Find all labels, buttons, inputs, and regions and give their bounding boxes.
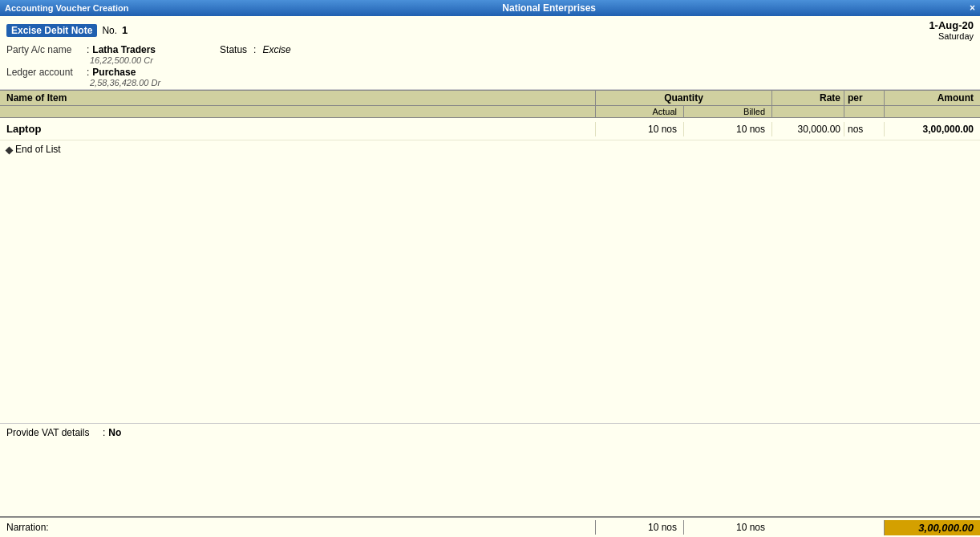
item-billed: 10 nos bbox=[683, 122, 771, 136]
party-field-row: Party A/c name : Latha Traders Status : … bbox=[6, 44, 974, 55]
col-header-billed: Billed bbox=[683, 106, 771, 117]
col-header-amount: Amount bbox=[884, 91, 980, 105]
voucher-no-label: No. bbox=[102, 25, 117, 36]
narration-row: Narration: 10 nos 10 nos 3,00,000.00 bbox=[0, 516, 980, 537]
vat-value[interactable]: No bbox=[108, 427, 121, 438]
table-row[interactable]: Laptop 10 nos 10 nos 30,000.00 nos 3,00,… bbox=[0, 118, 980, 140]
ledger-value[interactable]: Purchase bbox=[92, 67, 136, 78]
col-header-actual: Actual bbox=[595, 106, 683, 117]
date-area: 1-Aug-20 Saturday bbox=[929, 19, 974, 41]
sub-per-spacer bbox=[844, 106, 884, 117]
ledger-field-row: Ledger account : Purchase bbox=[6, 67, 974, 78]
sub-name-spacer bbox=[0, 106, 595, 117]
narration-total-amount: 3,00,000.00 bbox=[884, 520, 980, 535]
end-of-list-row: End of List bbox=[0, 140, 980, 158]
status-label: Status bbox=[220, 44, 247, 55]
table-body: Laptop 10 nos 10 nos 30,000.00 nos 3,00,… bbox=[0, 118, 980, 516]
app-title: Accounting Voucher Creation bbox=[5, 3, 128, 13]
item-rate: 30,000.00 bbox=[771, 122, 844, 136]
close-button[interactable]: × bbox=[970, 2, 975, 14]
item-actual: 10 nos bbox=[595, 122, 683, 136]
voucher-day: Saturday bbox=[929, 31, 974, 41]
narration-total-actual: 10 nos bbox=[595, 520, 683, 535]
diamond-icon bbox=[6, 147, 14, 155]
narration-total-billed: 10 nos bbox=[683, 520, 771, 535]
table-area: Name of Item Quantity Rate per Amount Ac… bbox=[0, 90, 980, 537]
table-header-sub: Actual Billed bbox=[0, 106, 980, 118]
item-name: Laptop bbox=[0, 121, 595, 136]
end-of-list-label: End of List bbox=[0, 142, 595, 157]
table-header-top: Name of Item Quantity Rate per Amount bbox=[0, 90, 980, 106]
party-value[interactable]: Latha Traders bbox=[92, 44, 156, 55]
ledger-label: Ledger account bbox=[6, 67, 87, 78]
vat-colon: : bbox=[103, 427, 105, 438]
party-label: Party A/c name bbox=[6, 44, 87, 55]
col-header-rate: Rate bbox=[771, 91, 844, 105]
status-value[interactable]: Excise bbox=[262, 44, 290, 55]
item-per: nos bbox=[844, 122, 884, 136]
status-colon: : bbox=[253, 44, 256, 55]
vat-row: Provide VAT details : No bbox=[0, 423, 980, 441]
company-name: National Enterprises bbox=[502, 2, 596, 14]
col-header-name: Name of Item bbox=[0, 91, 595, 105]
col-header-quantity: Quantity bbox=[595, 91, 771, 105]
voucher-type-left: Excise Debit Note No. 1 bbox=[6, 24, 128, 37]
party-balance: 16,22,500.00 Cr bbox=[90, 55, 974, 65]
narration-label[interactable]: Narration: bbox=[0, 520, 595, 535]
party-colon: : bbox=[87, 44, 89, 55]
voucher-type-badge: Excise Debit Note bbox=[6, 24, 97, 37]
sub-rate-spacer bbox=[771, 106, 844, 117]
voucher-type-row: Excise Debit Note No. 1 1-Aug-20 Saturda… bbox=[6, 19, 974, 41]
sub-amount-spacer bbox=[884, 106, 980, 117]
col-header-per: per bbox=[844, 91, 884, 105]
main-content: Excise Debit Note No. 1 1-Aug-20 Saturda… bbox=[0, 16, 980, 537]
ledger-balance: 2,58,36,428.00 Dr bbox=[90, 78, 974, 87]
item-amount: 3,00,000.00 bbox=[884, 122, 980, 136]
voucher-date[interactable]: 1-Aug-20 bbox=[929, 19, 974, 31]
ledger-colon: : bbox=[87, 67, 89, 78]
header-area: Excise Debit Note No. 1 1-Aug-20 Saturda… bbox=[0, 16, 980, 90]
title-bar: Accounting Voucher Creation National Ent… bbox=[0, 0, 980, 16]
vat-label: Provide VAT details bbox=[6, 427, 103, 438]
voucher-number[interactable]: 1 bbox=[122, 24, 128, 36]
spacer bbox=[0, 158, 980, 423]
